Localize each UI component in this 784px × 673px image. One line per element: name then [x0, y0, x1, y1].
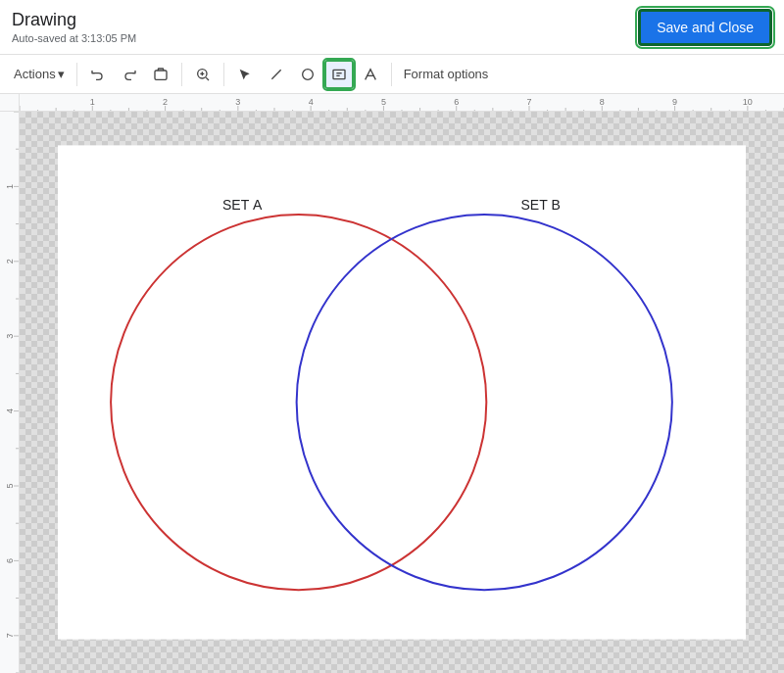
- ruler-area: [0, 94, 784, 112]
- actions-label: Actions: [14, 67, 56, 81]
- save-close-button[interactable]: Save and Close: [638, 9, 772, 46]
- shape-tool-button[interactable]: [293, 60, 322, 89]
- undo-button[interactable]: [83, 60, 113, 89]
- zoom-button[interactable]: [188, 60, 218, 89]
- actions-button[interactable]: Actions ▾: [8, 63, 71, 85]
- autosave-status: Auto-saved at 3:13:05 PM: [12, 32, 136, 44]
- title-bar: Drawing Auto-saved at 3:13:05 PM Save an…: [0, 0, 784, 55]
- word-art-tool-button[interactable]: [356, 60, 385, 89]
- app-title: Drawing: [12, 10, 136, 30]
- svg-rect-7: [333, 70, 345, 78]
- svg-point-6: [302, 69, 313, 79]
- toolbar-separator-2: [181, 63, 182, 86]
- svg-rect-0: [155, 71, 167, 79]
- vertical-ruler: [0, 112, 20, 673]
- toolbar: Actions ▾: [0, 55, 784, 94]
- line-tool-button[interactable]: [262, 60, 291, 89]
- horizontal-ruler: [20, 94, 784, 112]
- canvas-area: [0, 112, 784, 673]
- snapshot-button[interactable]: [146, 60, 175, 89]
- svg-line-5: [271, 70, 280, 78]
- redo-button[interactable]: [115, 60, 144, 89]
- select-tool-button[interactable]: [230, 60, 260, 89]
- ruler-corner: [0, 94, 20, 112]
- text-box-tool-button[interactable]: [324, 60, 354, 89]
- toolbar-separator-3: [223, 63, 224, 86]
- drawing-surface[interactable]: [20, 112, 784, 673]
- title-left: Drawing Auto-saved at 3:13:05 PM: [12, 10, 136, 44]
- actions-dropdown-icon: ▾: [58, 67, 65, 81]
- toolbar-separator-4: [391, 63, 392, 86]
- toolbar-separator-1: [76, 63, 77, 86]
- format-options-button[interactable]: Format options: [398, 63, 495, 85]
- venn-diagram-canvas: [20, 112, 784, 673]
- svg-line-2: [206, 77, 209, 80]
